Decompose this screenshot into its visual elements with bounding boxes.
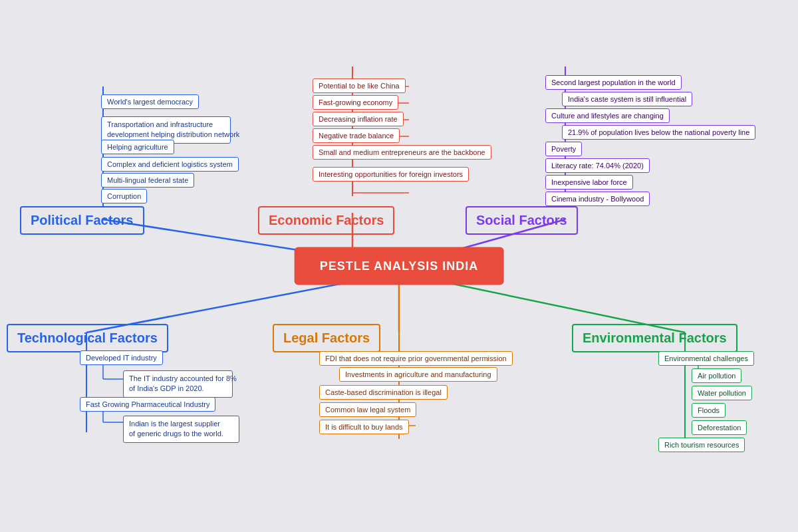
political-item-6: Corruption [101,189,147,203]
legal-item-1: FDI that does not require prior governme… [319,351,513,366]
social-item-5: Poverty [545,142,582,156]
economic-item-4: Negative trade balance [313,128,400,143]
economic-item-2: Fast-growing economy [313,95,398,110]
canvas: PESTLE ANALYSIS INDIA Political Factors … [0,0,798,532]
legal-item-4: Common law legal system [319,402,416,417]
economic-item-1: Potential to be like China [313,78,406,93]
social-item-3: Culture and lifestyles are changing [545,108,670,123]
legal-item-5: It is difficult to buy lands [319,420,409,434]
social-item-8: Cinema industry - Bollywood [545,192,650,206]
social-item-1: Second largest population in the world [545,75,682,90]
legal-item-2: Investments in agriculture and manufactu… [339,367,497,382]
central-node: PESTLE ANALYSIS INDIA [295,247,504,285]
tech-item-4: Indian is the largest supplierof generic… [123,416,239,443]
political-item-4: Complex and deficient logistics system [101,157,239,172]
political-item-5: Multi-lingual federal state [101,173,194,188]
economic-item-3: Decreasing inflation rate [313,112,404,126]
political-item-3: Helping agriculture [101,140,174,154]
tech-item-3: Fast Growing Pharmaceutical Industry [80,397,215,412]
env-header: Environmental Factors [572,324,737,352]
tech-item-2: The IT industry accounted for 8%of India… [123,370,233,398]
env-item-4: Floods [692,403,726,418]
economic-header: Economic Factors [258,206,394,235]
env-item-1: Environmental challenges [658,351,754,366]
social-item-4: 21.9% of population lives below the nati… [562,125,755,140]
central-title: PESTLE ANALYSIS INDIA [320,259,479,273]
legal-item-3: Caste-based discrimination is illegal [319,385,448,400]
tech-item-1: Developed IT industry [80,350,163,365]
economic-item-5: Small and medium entrepreneurs are the b… [313,145,491,160]
economic-item-6: Interesting opportunities for foreign in… [313,167,469,182]
social-header: Social Factors [466,206,578,235]
social-item-7: Inexpensive labor force [545,175,633,190]
tech-header: Technological Factors [7,324,168,352]
env-item-5: Deforestation [692,420,747,435]
legal-header: Legal Factors [273,324,380,352]
political-item-1: World's largest democracy [101,94,199,109]
political-header: Political Factors [20,206,144,235]
social-item-2: India's caste system is still influentia… [562,92,692,106]
env-item-2: Air pollution [692,368,741,383]
social-item-6: Literacy rate: 74.04% (2020) [545,158,650,173]
env-item-6: Rich tourism resources [658,438,745,452]
env-item-3: Water pollution [692,386,752,400]
